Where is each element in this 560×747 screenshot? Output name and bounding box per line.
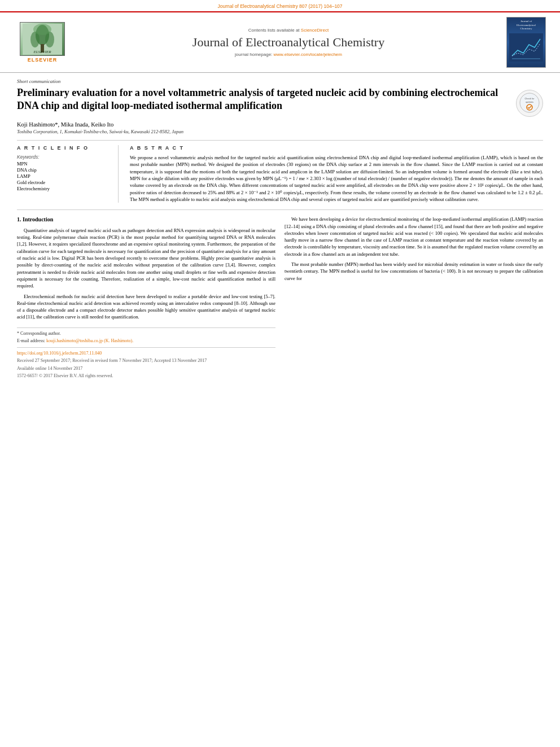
elsevier-logo: ELSEVIER ELSEVIER xyxy=(20,22,65,63)
check-updates-text: Check for updates xyxy=(519,93,540,114)
journal-header: ELSEVIER ELSEVIER Contents lists availab… xyxy=(0,11,560,73)
main-content: Short communication Preliminary evaluati… xyxy=(0,73,560,386)
intro-section-title: 1. Introduction xyxy=(17,216,275,224)
left-body-col: 1. Introduction Quantitative analysis of… xyxy=(17,216,275,380)
email-address[interactable]: kouji.hashimoto@toshiba.co.jp (K. Hashim… xyxy=(46,338,133,343)
footnote-section: * Corresponding author. E-mail address: … xyxy=(17,327,275,344)
footer-doi: https://doi.org/10.1016/j.jelechem.2017.… xyxy=(17,350,275,356)
svg-text:updates: updates xyxy=(526,101,533,103)
article-title-block: Preliminary evaluation for a novel volta… xyxy=(17,86,543,117)
sciencedirect-line: Contents lists available at ScienceDirec… xyxy=(248,28,329,33)
footnote-corresponding: * Corresponding author. xyxy=(17,330,275,337)
footer-available: Available online 14 November 2017 xyxy=(17,365,275,372)
elsevier-brand-text: ELSEVIER xyxy=(28,57,58,63)
content-divider xyxy=(17,209,543,210)
footer-bar: https://doi.org/10.1016/j.jelechem.2017.… xyxy=(17,347,275,379)
journal-thumbnail: Journal ofElectroanalyticalChemistry xyxy=(506,17,546,68)
journal-thumb-title: Journal ofElectroanalyticalChemistry xyxy=(517,20,536,31)
two-column-body: 1. Introduction Quantitative analysis of… xyxy=(17,216,543,380)
svg-point-5 xyxy=(33,24,51,35)
doi-header: Journal of Electroanalytical Chemistry 8… xyxy=(0,0,560,11)
keyword-electrochemistry: Electrochemistry xyxy=(17,186,112,191)
keyword-lamp: LAMP xyxy=(17,173,112,179)
journal-info-center: Contents lists available at ScienceDirec… xyxy=(79,17,498,68)
svg-text:Check for: Check for xyxy=(524,97,535,100)
abstract-text: We propose a novel voltammetric analysis… xyxy=(130,154,543,203)
article-info-header: A R T I C L E I N F O xyxy=(17,145,112,151)
authors-text: Koji Hashimoto*, Mika Inada, Keiko Ito xyxy=(17,121,113,128)
svg-text:ELSEVIER: ELSEVIER xyxy=(33,50,51,54)
svg-rect-7 xyxy=(509,33,543,62)
check-updates-badge: Check for updates xyxy=(516,90,543,117)
journal-thumbnail-area: Journal ofElectroanalyticalChemistry xyxy=(504,17,549,68)
footer-doi-link[interactable]: https://doi.org/10.1016/j.jelechem.2017.… xyxy=(17,351,102,356)
article-info-abstract-block: A R T I C L E I N F O Keywords: MPN DNA … xyxy=(17,140,543,203)
doi-header-text: Journal of Electroanalytical Chemistry 8… xyxy=(217,3,342,9)
abstract-header: A B S T R A C T xyxy=(130,145,543,151)
sciencedirect-link[interactable]: ScienceDirect xyxy=(301,28,329,33)
keywords-label: Keywords: xyxy=(17,154,112,160)
article-info-col: A R T I C L E I N F O Keywords: MPN DNA … xyxy=(17,145,119,203)
intro-paragraph-2: Electrochemical methods for nucleic acid… xyxy=(17,293,275,321)
journal-title: Journal of Electroanalytical Chemistry xyxy=(193,35,384,50)
article-type-label: Short communication xyxy=(17,78,543,84)
affiliation-line: Toshiba Corporation, 1, Komukai-Toshiba-… xyxy=(17,129,543,134)
abstract-col: A B S T R A C T We propose a novel volta… xyxy=(130,145,543,203)
footnote-email: E-mail address: kouji.hashimoto@toshiba.… xyxy=(17,338,275,344)
intro-paragraph-4: The most probable number (MPN) method ha… xyxy=(285,261,543,282)
email-label: E-mail address: xyxy=(17,338,45,343)
footer-received: Received 27 September 2017; Received in … xyxy=(17,357,275,364)
footer-issn: 1572-6657/ © 2017 Elsevier B.V. All righ… xyxy=(17,373,275,379)
homepage-label: journal homepage: xyxy=(235,52,272,57)
article-title: Preliminary evaluation for a novel volta… xyxy=(17,86,510,113)
keyword-mpn: MPN xyxy=(17,161,112,167)
keyword-goldelectrode: Gold electrode xyxy=(17,180,112,185)
right-body-col: We have been developing a device for ele… xyxy=(285,216,543,380)
elsevier-logo-area: ELSEVIER ELSEVIER xyxy=(11,17,73,68)
elsevier-logo-image: ELSEVIER xyxy=(20,22,65,56)
intro-paragraph-3: We have been developing a device for ele… xyxy=(285,216,543,257)
authors-line: Koji Hashimoto*, Mika Inada, Keiko Ito xyxy=(17,121,543,128)
homepage-line: journal homepage: www.elsevier.com/locat… xyxy=(235,52,342,57)
keyword-dnachip: DNA chip xyxy=(17,167,112,173)
sciencedirect-label: Contents lists available at xyxy=(248,28,300,33)
page: Journal of Electroanalytical Chemistry 8… xyxy=(0,0,560,747)
intro-paragraph-1: Quantitative analysis of targeted nuclei… xyxy=(17,227,275,290)
homepage-link[interactable]: www.elsevier.com/locate/jelechem xyxy=(274,52,342,57)
